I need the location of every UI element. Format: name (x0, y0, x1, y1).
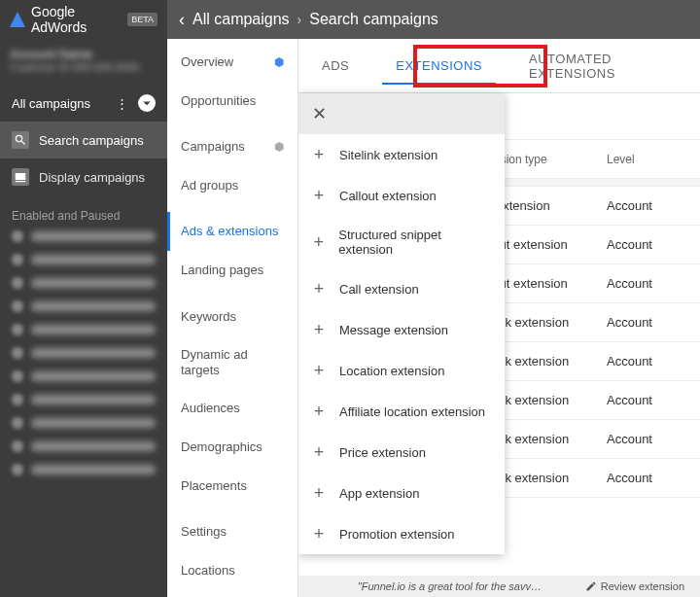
sidebar-campaign-item[interactable] (12, 394, 156, 405)
left-sidebar: Google AdWords BETA Account Name Custome… (0, 0, 167, 597)
adwords-logo-icon (10, 12, 25, 27)
sidebar-campaign-item[interactable] (12, 440, 156, 452)
review-extension-link[interactable]: Review extension (585, 580, 684, 592)
account-info: Account Name Customer ID 000-000-0000 (0, 39, 167, 85)
all-campaigns-label: All campaigns (12, 96, 90, 111)
sidebar-item-label: Display campaigns (39, 170, 145, 185)
tab-ads[interactable]: ADS (298, 39, 372, 92)
nav2-settings[interactable]: Settings (167, 512, 298, 551)
sidebar-campaign-list (0, 230, 167, 487)
breadcrumb-all[interactable]: All campaigns (192, 11, 290, 28)
menu-item-callout[interactable]: +Callout extension (298, 175, 505, 216)
nav2-placements[interactable]: Placements (167, 467, 298, 506)
menu-item-promotion[interactable]: +Promotion extension (298, 513, 505, 554)
plus-icon: + (312, 484, 326, 502)
close-icon[interactable]: ✕ (312, 103, 327, 124)
nav2-dynamic-ad-targets[interactable]: Dynamic ad targets (167, 335, 298, 389)
sidebar-campaign-item[interactable] (12, 300, 156, 312)
nav2-audiences[interactable]: Audiences (167, 389, 298, 428)
plus-icon: + (312, 403, 326, 420)
menu-item-location[interactable]: +Location extension (298, 350, 505, 391)
nav2-opportunities[interactable]: Opportunities (167, 82, 298, 121)
nav2-landing-pages[interactable]: Landing pages (167, 251, 298, 290)
nav2-ad-schedule[interactable]: Ad schedule (167, 589, 298, 597)
sidebar-campaign-item[interactable] (12, 464, 156, 475)
sidebar-item-display-campaigns[interactable]: Display campaigns (0, 158, 167, 195)
chevron-left-icon[interactable]: ‹ (179, 10, 185, 30)
sidebar-campaign-item[interactable] (12, 324, 156, 335)
nav2-overview[interactable]: Overview⬢ (167, 43, 298, 82)
plus-icon: + (312, 280, 326, 298)
menu-item-price[interactable]: +Price extension (298, 432, 505, 473)
sidebar-campaign-item[interactable] (12, 254, 156, 265)
plus-icon: + (312, 443, 326, 461)
menu-item-app[interactable]: +App extension (298, 473, 505, 513)
all-campaigns-row[interactable]: All campaigns ⋮ (0, 85, 167, 122)
plus-icon: + (312, 362, 326, 379)
sidebar-campaign-item[interactable] (12, 347, 156, 359)
pencil-icon (585, 580, 597, 592)
sidebar-item-label: Search campaigns (39, 133, 144, 148)
nav2-ad-groups[interactable]: Ad groups (167, 166, 298, 205)
menu-header: ✕ (298, 93, 505, 134)
col-level[interactable]: Level (607, 153, 684, 166)
home-icon: ⬢ (274, 140, 284, 154)
search-icon (12, 131, 29, 149)
plus-icon: + (312, 233, 325, 251)
nav2-keywords[interactable]: Keywords (167, 298, 298, 336)
sidebar-campaign-item[interactable] (12, 417, 156, 429)
menu-item-call[interactable]: +Call extension (298, 268, 505, 309)
nav2-demographics[interactable]: Demographics (167, 428, 298, 467)
sidebar-campaign-item[interactable] (12, 370, 156, 382)
sidebar-subhead: Enabled and Paused (0, 195, 167, 230)
breadcrumb-separator-icon: › (298, 12, 302, 27)
nav2-campaigns[interactable]: Campaigns⬢ (167, 127, 298, 166)
nav2-ads-extensions[interactable]: Ads & extensions (167, 212, 298, 251)
secondary-nav: Overview⬢ Opportunities Campaigns⬢ Ad gr… (167, 39, 298, 597)
footer-strip: "Funnel.io is a great tool for the savv…… (298, 576, 700, 597)
breadcrumb-current: Search campaigns (309, 11, 438, 28)
menu-item-message[interactable]: +Message extension (298, 309, 505, 350)
footer-quote: "Funnel.io is a great tool for the savv… (314, 580, 585, 592)
sidebar-item-search-campaigns[interactable]: Search campaigns (0, 122, 167, 158)
plus-icon: + (312, 146, 326, 163)
sidebar-campaign-item[interactable] (12, 277, 156, 289)
plus-icon: + (312, 187, 326, 204)
chevron-down-icon[interactable] (138, 94, 156, 112)
beta-badge: BETA (127, 13, 158, 26)
nav2-locations[interactable]: Locations (167, 551, 298, 590)
tabs: ADS EXTENSIONS AUTOMATED EXTENSIONS (298, 39, 700, 93)
sidebar-campaign-item[interactable] (12, 230, 156, 242)
plus-icon: + (312, 525, 326, 543)
menu-item-structured-snippet[interactable]: +Structured snippet extension (298, 216, 505, 268)
plus-icon: + (312, 321, 326, 338)
menu-item-affiliate-location[interactable]: +Affiliate location extension (298, 391, 505, 432)
menu-item-sitelink[interactable]: +Sitelink extension (298, 134, 505, 175)
brand-bar: Google AdWords BETA (0, 0, 167, 39)
home-icon: ⬢ (274, 55, 284, 69)
more-vert-icon[interactable]: ⋮ (116, 96, 128, 111)
add-extension-menu: ✕ +Sitelink extension +Callout extension… (298, 93, 505, 554)
tab-automated-extensions[interactable]: AUTOMATED EXTENSIONS (506, 39, 700, 92)
top-bar: ‹ All campaigns › Search campaigns (167, 0, 700, 39)
display-icon (12, 168, 29, 186)
main-content: ADS EXTENSIONS AUTOMATED EXTENSIONS Exte… (298, 39, 700, 597)
brand-text: Google AdWords (31, 4, 122, 35)
tab-extensions[interactable]: EXTENSIONS (372, 39, 506, 92)
